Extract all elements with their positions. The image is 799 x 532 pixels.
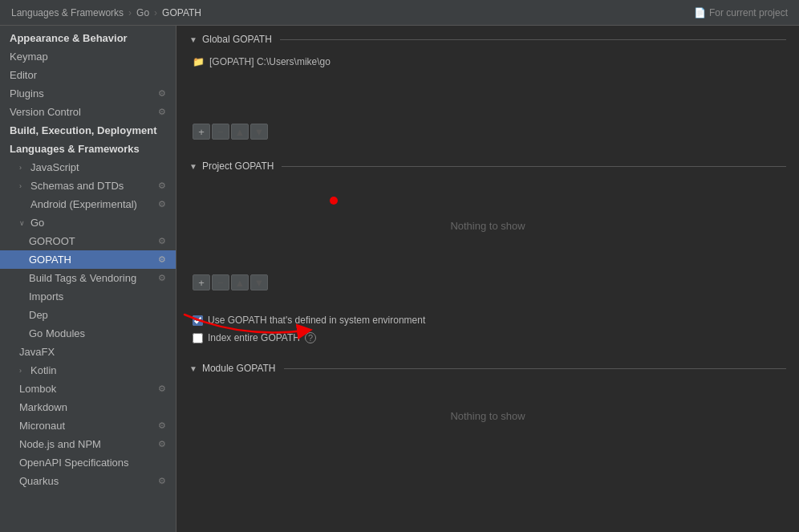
sidebar-item-openapi[interactable]: OpenAPI Specifications [0,453,176,472]
section-divider-global [280,39,786,40]
folder-icon-global: 📁 [193,56,205,67]
module-gopath-header: ▼ Module GOPATH [189,363,786,377]
global-gopath-toolbar: + − ▲ ▼ [189,119,786,144]
help-icon-index[interactable]: ? [305,332,316,343]
sidebar-item-keymap[interactable]: Keymap [0,47,176,66]
checkboxes-section: Use GOPATH that's defined in system envi… [176,303,799,355]
breadcrumb-languages[interactable]: Languages & Frameworks [11,7,124,18]
sidebar-item-gopath[interactable]: GOPATH ⚙ [0,250,176,269]
index-gopath-row: Index entire GOPATH ? [189,329,786,347]
global-add-button[interactable]: + [193,124,210,140]
sidebar-item-kotlin[interactable]: › Kotlin [0,361,176,380]
sidebar-item-lombok[interactable]: Lombok ⚙ [0,380,176,398]
project-gopath-toolbar: + − ▲ ▼ [189,270,786,295]
for-current-project: 📄 For current project [694,7,788,18]
settings-icon-micronaut: ⚙ [158,420,166,431]
sidebar-item-languages-frameworks[interactable]: Languages & Frameworks [0,140,176,158]
global-down-button[interactable]: ▼ [250,124,268,140]
settings-icon-vc: ⚙ [158,107,166,117]
project-gopath-header: ▼ Project GOPATH [189,160,786,175]
module-gopath-section: ▼ Module GOPATH Nothing to show [176,355,799,456]
sidebar-item-micronaut[interactable]: Micronaut ⚙ [0,416,176,435]
sidebar: Appearance & Behavior Keymap Editor Plug… [0,26,176,532]
project-add-button[interactable]: + [193,274,210,290]
global-gopath-header: ▼ Global GOPATH [189,34,786,48]
sidebar-item-build-execution[interactable]: Build, Execution, Deployment [0,121,176,140]
arrow-right-schemas: › [19,182,27,190]
global-up-button[interactable]: ▲ [231,124,249,140]
project-gopath-section: ▼ Project GOPATH Nothing to show + − ▲ ▼ [176,152,799,303]
content-area: ▼ Global GOPATH 📁 [GOPATH] C:\Users\mike… [176,26,799,532]
settings-icon-lombok: ⚙ [158,384,166,394]
section-divider-module [284,368,787,369]
use-gopath-checkbox[interactable] [193,315,203,326]
sidebar-item-imports[interactable]: Imports [0,287,176,306]
settings-icon-android: ⚙ [158,199,166,209]
project-gopath-label: Project GOPATH [202,160,274,172]
project-remove-button[interactable]: − [212,274,229,290]
header: Languages & Frameworks › Go › GOPATH 📄 F… [0,0,799,26]
settings-icon: ⚙ [158,88,166,99]
sidebar-item-markdown[interactable]: Markdown [0,398,176,416]
settings-icon-nodejs: ⚙ [158,439,166,449]
use-gopath-row: Use GOPATH that's defined in system envi… [189,311,786,329]
sidebar-item-version-control[interactable]: Version Control ⚙ [0,103,176,121]
sidebar-item-editor[interactable]: Editor [0,66,176,84]
sidebar-item-quarkus[interactable]: Quarkus ⚙ [0,472,176,490]
sidebar-item-goroot[interactable]: GOROOT ⚙ [0,232,176,250]
arrow-down-go: ∨ [19,219,27,227]
module-gopath-label: Module GOPATH [202,363,276,374]
index-gopath-checkbox[interactable] [193,333,203,343]
sidebar-item-go[interactable]: ∨ Go [0,213,176,232]
sidebar-item-nodejs[interactable]: Node.js and NPM ⚙ [0,435,176,453]
global-gopath-label: Global GOPATH [202,34,272,45]
module-nothing-to-show: Nothing to show [450,386,525,446]
sidebar-item-schemas-dtds[interactable]: › Schemas and DTDs ⚙ [0,177,176,195]
triangle-module: ▼ [189,364,197,373]
sidebar-item-build-tags[interactable]: Build Tags & Vendoring ⚙ [0,269,176,287]
sidebar-item-javascript[interactable]: › JavaScript [0,158,176,177]
module-gopath-content: Nothing to show [189,384,786,448]
arrow-right-kotlin: › [19,367,27,375]
settings-icon-quarkus: ⚙ [158,476,166,486]
section-divider-project [282,166,786,167]
sidebar-item-plugins[interactable]: Plugins ⚙ [0,84,176,103]
global-gopath-section: ▼ Global GOPATH 📁 [GOPATH] C:\Users\mike… [176,26,799,152]
breadcrumb-sep-1: › [128,7,132,18]
index-gopath-label: Index entire GOPATH [208,332,300,343]
settings-icon-gopath: ⚙ [158,254,166,265]
breadcrumb-go[interactable]: Go [136,7,149,18]
triangle-project: ▼ [189,162,197,171]
global-gopath-entry: 📁 [GOPATH] C:\Users\mike\go [189,55,786,69]
arrow-right-js: › [19,164,27,172]
sidebar-item-javafx[interactable]: JavaFX [0,343,176,361]
global-gopath-content: 📁 [GOPATH] C:\Users\mike\go [189,55,786,119]
project-gopath-content: Nothing to show [189,181,786,270]
main-layout: Appearance & Behavior Keymap Editor Plug… [0,26,799,532]
project-nothing-to-show: Nothing to show [450,196,525,256]
project-down-button[interactable]: ▼ [250,274,268,290]
sidebar-item-dep[interactable]: Dep [0,306,176,324]
global-remove-button[interactable]: − [212,124,229,140]
content-wrapper: ▼ Global GOPATH 📁 [GOPATH] C:\Users\mike… [176,26,799,532]
doc-icon: 📄 [694,7,706,18]
sidebar-item-android[interactable]: Android (Experimental) ⚙ [0,195,176,213]
settings-icon-buildtags: ⚙ [158,273,166,283]
breadcrumb-gopath: GOPATH [162,7,201,18]
use-gopath-label: Use GOPATH that's defined in system envi… [208,315,425,326]
settings-icon-goroot: ⚙ [158,236,166,246]
triangle-global: ▼ [189,35,197,44]
project-up-button[interactable]: ▲ [231,274,249,290]
global-gopath-value: [GOPATH] C:\Users\mike\go [209,56,331,67]
sidebar-item-appearance-behavior[interactable]: Appearance & Behavior [0,29,176,47]
sidebar-item-go-modules[interactable]: Go Modules [0,324,176,343]
breadcrumb-sep-2: › [154,7,157,18]
settings-icon-schemas: ⚙ [158,181,166,191]
